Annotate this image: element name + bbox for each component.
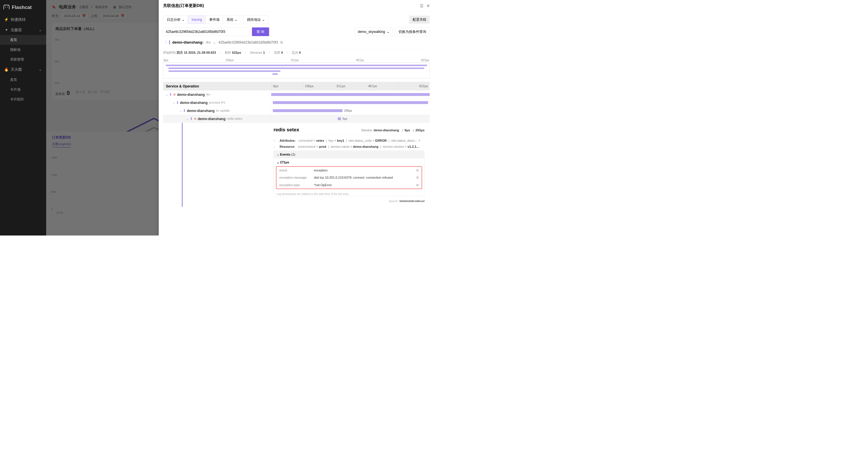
- detail-self-time: 9μs: [405, 128, 410, 132]
- search-row: 查 询 demo_skywalking ⌄ 切换为按条件查询: [163, 27, 430, 36]
- lightning-icon: ⚡: [4, 18, 8, 22]
- svg-point-0: [5, 7, 6, 7]
- event-value: exception: [314, 168, 415, 172]
- chevron-down-icon[interactable]: ⌄: [180, 109, 182, 112]
- detail-service: demo-dianshang: [374, 128, 399, 132]
- nav-polaris-metrics[interactable]: 指标池: [0, 45, 46, 55]
- logo-text: Flashcat: [12, 4, 32, 10]
- span-timeline: 268μs: [271, 107, 430, 115]
- tick: 467μs: [366, 82, 398, 91]
- chevron-down-icon[interactable]: ⌄: [173, 101, 175, 104]
- span-id: bb650e568c3d8ced: [399, 200, 425, 203]
- logo: Flashcat: [0, 0, 46, 14]
- nav-label: 关联管理: [10, 57, 24, 62]
- nav-polaris-relations[interactable]: 关联管理: [0, 55, 46, 64]
- chevron-down-icon[interactable]: ⌄: [213, 40, 216, 45]
- span-operation: /kv: [206, 93, 210, 96]
- span-operation: kv update: [216, 109, 230, 113]
- tick: 156μs: [303, 82, 335, 91]
- span-duration: 268μs: [344, 109, 352, 113]
- events-box: ⌄ Events (1) ⌄ 271μs eventexception⧉exce…: [274, 151, 425, 196]
- error-icon: ⊘: [194, 117, 196, 121]
- sidebar: Flashcat ⚡ 快捷跳转 ✦ 北极星 ⌄ 首页 指标池 关联管理 🔥 灭火…: [0, 0, 46, 236]
- event-key: event: [279, 168, 314, 172]
- span-timeline: 9μs: [271, 115, 430, 123]
- event-value: *net.OpError: [314, 183, 415, 187]
- span-color-bar: [191, 118, 192, 120]
- detail-total-time: 263μs: [415, 128, 425, 132]
- span-service: demo-dianshang: [177, 92, 205, 96]
- resource-pair: environment = prod |: [298, 145, 331, 149]
- chevron-down-icon: ⌄: [262, 18, 265, 22]
- switch-query-button[interactable]: 切换为按条件查询: [395, 27, 430, 36]
- detail-panel: 关联信息(订单更新DB) ☰ ✕ 日志分析 ⌄ tracing 事件墙 系统 ⌄…: [159, 0, 434, 236]
- span-table-header: Service & Operation 0μs 156μs 311μs 467μ…: [163, 82, 430, 91]
- nav-polaris[interactable]: ✦ 北极星 ⌄: [0, 25, 46, 35]
- chevron-down-icon: ⌄: [182, 18, 185, 22]
- event-row: exception.messagedial tcp 10.201.0.210:6…: [276, 174, 422, 182]
- span-detail: redis setex Service: demo-dianshang | 9μ…: [271, 123, 430, 207]
- copy-icon[interactable]: ⧉: [280, 40, 283, 45]
- span-service: demo-dianshang: [180, 100, 208, 104]
- attr-pair: key = key1 |: [329, 139, 349, 143]
- span-duration: 9μs: [343, 117, 347, 121]
- config-button[interactable]: 配置关联: [409, 15, 430, 24]
- tab-system[interactable]: 系统 ⌄: [223, 15, 241, 24]
- span-color-bar: [184, 109, 185, 112]
- copy-icon[interactable]: ⧉: [415, 176, 419, 180]
- timeline-mini[interactable]: [163, 63, 430, 78]
- chevron-down-icon[interactable]: ⌄: [166, 93, 168, 96]
- search-button[interactable]: 查 询: [252, 27, 269, 36]
- event-key: exception.type: [279, 183, 314, 187]
- tick: 622μs: [398, 82, 430, 91]
- chevron-right-icon: 〉: [274, 138, 277, 143]
- nav-label: 灭火图: [11, 67, 22, 72]
- tab-events[interactable]: 事件墙: [206, 15, 223, 24]
- chevron-down-icon: ⌄: [39, 67, 42, 72]
- nav-label: 北极星: [11, 27, 22, 33]
- nav-fire-cards[interactable]: 卡片池: [0, 85, 46, 94]
- datasource-select[interactable]: demo_skywalking ⌄: [354, 28, 393, 36]
- attributes-row[interactable]: 〉 Attributes: command = setex | key = ke…: [274, 138, 425, 143]
- copy-icon[interactable]: ⧉: [415, 183, 419, 187]
- trace-id-input[interactable]: [163, 28, 250, 36]
- event-key: exception.message: [279, 176, 314, 180]
- nav-quick-jump[interactable]: ⚡ 快捷跳转: [0, 14, 46, 25]
- resource-row[interactable]: 〉 Resource: environment = prod | service…: [274, 145, 425, 149]
- span-row[interactable]: ⌄demo-dianshangkv update268μs: [163, 107, 430, 115]
- trace-service: demo-dianshang:: [172, 40, 204, 45]
- panel-title: 关联信息(订单更新DB): [163, 3, 204, 8]
- span-timeline: [271, 91, 430, 99]
- events-header[interactable]: ⌄ Events (1): [274, 151, 425, 158]
- nav-polaris-home[interactable]: 首页: [0, 35, 46, 45]
- span-bar: [273, 101, 428, 104]
- event-row: eventexception⧉: [276, 167, 422, 174]
- timeline-ticks: 0μs156μs311μs467μs622μs: [163, 59, 430, 62]
- span-row[interactable]: ⌄demo-dianshangprocess KV: [163, 99, 430, 107]
- nav-fire-topo[interactable]: 卡片拓扑: [0, 94, 46, 104]
- chevron-down-icon[interactable]: ⌄: [186, 117, 189, 120]
- tab-tracing[interactable]: tracing: [188, 16, 206, 24]
- tab-jump[interactable]: 跳转地址 ⌄: [243, 15, 268, 24]
- nav-label: 卡片池: [10, 87, 21, 92]
- span-row[interactable]: ⌄⊘demo-dianshangredis setex9μs: [163, 115, 430, 123]
- span-operation: redis setex: [227, 117, 242, 121]
- layout-icon[interactable]: ☰: [420, 3, 424, 8]
- trace-id: 425ae9c329654d23b2a60185b8fd70f3: [218, 40, 278, 44]
- chevron-left-icon[interactable]: 〈: [163, 40, 167, 45]
- nav-label: 首页: [10, 77, 17, 82]
- span-row[interactable]: ⌄⊘demo-dianshang/kv: [163, 91, 430, 99]
- nav-label: 卡片拓扑: [10, 97, 24, 102]
- chevron-right-icon: 〉: [274, 145, 277, 149]
- tab-logs[interactable]: 日志分析 ⌄: [163, 15, 188, 24]
- copy-icon[interactable]: ⧉: [415, 168, 419, 172]
- event-timestamp[interactable]: ⌄ 271μs: [274, 158, 425, 166]
- nav-label: 快捷跳转: [11, 17, 26, 22]
- nav-label: 指标池: [10, 47, 21, 52]
- span-operation: process KV: [209, 101, 225, 104]
- nav-fire-home[interactable]: 首页: [0, 75, 46, 85]
- trace-operation: /kv: [206, 40, 211, 45]
- nav-fire[interactable]: 🔥 灭火图 ⌄: [0, 64, 46, 75]
- close-icon[interactable]: ✕: [427, 3, 430, 8]
- resource-pair: service.version = v1.2.1...: [383, 145, 419, 149]
